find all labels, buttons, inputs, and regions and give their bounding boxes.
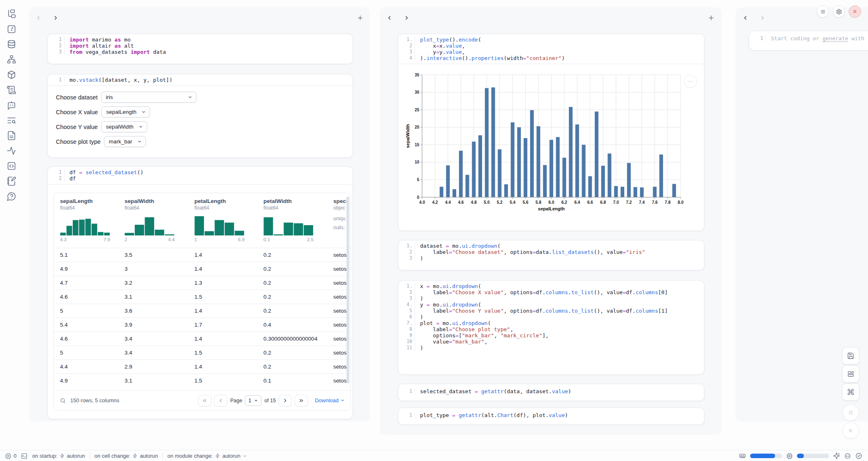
- plot-type-cell[interactable]: 1plot_type = getattr(alt.Chart(df), plot…: [398, 408, 704, 425]
- code-line[interactable]: 3): [398, 295, 704, 302]
- dataset-dropdown-cell[interactable]: 1⌄dataset = mo.ui.dropdown(2 label="Choo…: [398, 240, 704, 270]
- vstack-cell[interactable]: 1mo.vstack([dataset, x, y, plot]) Choose…: [47, 74, 353, 158]
- table-row[interactable]: 4.931.40.2setos: [54, 262, 351, 276]
- code-line[interactable]: 3): [398, 255, 704, 261]
- panel-move-right-icon[interactable]: [52, 14, 59, 21]
- stop-all-button[interactable]: [843, 404, 859, 421]
- add-column-button[interactable]: [707, 14, 715, 22]
- chart-menu-button[interactable]: ⋯: [684, 75, 697, 88]
- table-row[interactable]: 4.93.11.50.1setos: [54, 373, 351, 387]
- plot-cell[interactable]: 1⌄plot_type().encode(2 x=x.value,3 y=y.v…: [398, 34, 704, 231]
- code-line[interactable]: 1import marimo as mo: [48, 37, 353, 43]
- selected-dataset-cell[interactable]: 1selected_dataset = getattr(data, datase…: [398, 384, 704, 401]
- functions-icon[interactable]: f: [7, 24, 16, 34]
- on-module-change-setting[interactable]: on module change: autorun: [167, 453, 247, 459]
- connection-status-icon[interactable]: [855, 452, 862, 459]
- code-line[interactable]: 2 label="Choose X value", options=df.col…: [398, 289, 704, 295]
- last-page-button[interactable]: [295, 395, 308, 406]
- panel-move-right-icon[interactable]: [759, 14, 766, 21]
- run-all-button[interactable]: [843, 422, 859, 439]
- table-row[interactable]: 4.63.11.50.2setos: [54, 290, 351, 304]
- code-line[interactable]: 1mo.vstack([dataset, x, y, plot]): [48, 77, 353, 83]
- panel-move-left-icon[interactable]: [741, 14, 749, 21]
- tracing-icon[interactable]: [7, 146, 16, 156]
- shutdown-button[interactable]: [849, 5, 861, 18]
- altair-bar-chart[interactable]: 4.04.24.44.64.85.05.25.45.65.86.06.26.46…: [405, 71, 693, 213]
- code-line[interactable]: 9 options=["mark_bar", "mark_circle"],: [398, 332, 704, 339]
- save-button[interactable]: [842, 347, 859, 364]
- fold-icon[interactable]: ⌄: [410, 322, 412, 325]
- documentation-icon[interactable]: [7, 131, 16, 141]
- code-line[interactable]: 3from vega_datasets import data: [48, 49, 353, 55]
- fold-icon[interactable]: ⌄: [410, 303, 412, 307]
- datasources-icon[interactable]: [7, 39, 16, 49]
- fold-icon[interactable]: ⌄: [410, 244, 412, 248]
- code-line[interactable]: 2 x=x.value,: [398, 43, 704, 49]
- notebook-menu-button[interactable]: [817, 5, 829, 18]
- code-line[interactable]: 1⌄x = mo.ui.dropdown(: [398, 283, 704, 289]
- dataframe-cell[interactable]: 1df = selected_dataset()2df sepalLengthf…: [47, 166, 353, 419]
- fold-icon[interactable]: ⌄: [410, 285, 412, 288]
- on-cell-change-setting[interactable]: on cell change: autorun: [95, 453, 158, 459]
- choose-x-value-select[interactable]: sepalLength: [101, 106, 150, 118]
- choose-plot-type-select[interactable]: mark_bar: [104, 136, 146, 147]
- code-line[interactable]: 1plot_type = getattr(alt.Chart(df), plot…: [398, 412, 704, 418]
- imports-cell[interactable]: 1import marimo as mo2import altair as al…: [47, 34, 353, 64]
- table-row[interactable]: 5.13.51.40.2setos: [54, 248, 351, 262]
- on-startup-setting[interactable]: on startup: autorun: [32, 453, 85, 459]
- code-line[interactable]: 4).interactive().properties(width="conta…: [398, 55, 704, 61]
- code-line[interactable]: 5 label="Choose Y value", options=df.col…: [398, 308, 704, 314]
- ai-assist-button[interactable]: [833, 452, 840, 459]
- help-icon[interactable]: [7, 191, 16, 201]
- fold-icon[interactable]: ⌄: [410, 38, 412, 42]
- panel-move-right-icon[interactable]: [403, 14, 410, 21]
- code-line[interactable]: 6): [398, 314, 704, 320]
- table-row[interactable]: 4.42.91.40.2setos: [54, 360, 351, 373]
- column-header[interactable]: sepalWidthfloat64: [118, 198, 188, 211]
- command-palette-button[interactable]: [842, 383, 859, 401]
- code-line[interactable]: 1⌄dataset = mo.ui.dropdown(: [398, 243, 704, 249]
- previous-page-button[interactable]: [214, 395, 227, 406]
- logs-icon[interactable]: [7, 85, 16, 95]
- snippets-icon[interactable]: [7, 161, 16, 171]
- code-line[interactable]: 10 value="mark_bar",: [398, 339, 704, 345]
- code-line[interactable]: 2 label="Choose dataset", options=data.l…: [398, 249, 704, 255]
- terminal-button[interactable]: [21, 453, 28, 459]
- new-cell-editor[interactable]: 1Start coding or generate with: [749, 31, 868, 51]
- table-row[interactable]: 4.73.21.30.2setos: [54, 276, 351, 290]
- file-explorer-icon[interactable]: [7, 9, 16, 19]
- outline-icon[interactable]: [7, 115, 16, 125]
- choose-y-value-select[interactable]: sepalWidth: [101, 121, 147, 132]
- scratchpad-icon[interactable]: [7, 176, 16, 186]
- code-line[interactable]: 1Start coding or generate with: [749, 35, 868, 41]
- code-line[interactable]: 4⌄y = mo.ui.dropdown(: [398, 302, 704, 308]
- assistant-button[interactable]: [844, 452, 851, 459]
- settings-button[interactable]: [833, 5, 845, 18]
- code-line[interactable]: 1df = selected_dataset(): [48, 169, 353, 175]
- error-count-badge[interactable]: 0: [5, 453, 16, 459]
- add-column-button[interactable]: [356, 14, 364, 22]
- choose-dataset-select[interactable]: iris: [101, 92, 196, 103]
- xy-plot-dropdowns-cell[interactable]: 1⌄x = mo.ui.dropdown(2 label="Choose X v…: [398, 280, 704, 375]
- packages-icon[interactable]: [7, 70, 16, 80]
- panel-move-left-icon[interactable]: [35, 14, 42, 21]
- table-row[interactable]: 5.43.91.70.4setos: [54, 318, 351, 332]
- ai-chat-icon[interactable]: [7, 100, 16, 110]
- table-row[interactable]: 53.61.40.2setos: [54, 304, 351, 318]
- table-search-icon[interactable]: [60, 397, 66, 404]
- table-scrollbar[interactable]: [346, 196, 349, 383]
- code-line[interactable]: 8 label="Choose plot type",: [398, 326, 704, 332]
- column-header[interactable]: petalWidthfloat64: [257, 198, 327, 211]
- code-line[interactable]: 11): [398, 345, 704, 351]
- layout-toggle-button[interactable]: [842, 365, 859, 383]
- table-row[interactable]: 53.41.50.2setos: [54, 346, 351, 360]
- code-line[interactable]: 7⌄plot = mo.ui.dropdown(: [398, 320, 704, 326]
- code-line[interactable]: 1selected_dataset = getattr(data, datase…: [398, 388, 704, 394]
- first-page-button[interactable]: [198, 395, 211, 406]
- dependency-graph-icon[interactable]: [7, 55, 16, 65]
- download-button[interactable]: Download: [315, 397, 345, 403]
- plot-output[interactable]: 4.04.24.44.64.85.05.25.45.65.86.06.26.46…: [398, 64, 704, 230]
- panel-move-left-icon[interactable]: [386, 14, 393, 21]
- column-header[interactable]: sepalLengthfloat64: [54, 198, 118, 211]
- code-line[interactable]: 1⌄plot_type().encode(: [398, 37, 704, 43]
